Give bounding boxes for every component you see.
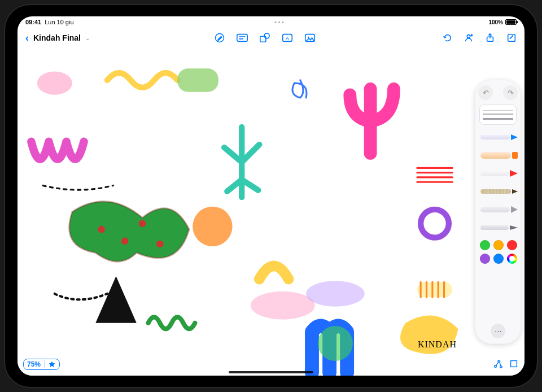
back-button[interactable]: ‹ <box>23 31 31 45</box>
tool-crayon[interactable] <box>480 203 518 216</box>
document-title[interactable]: Kindah Final <box>33 33 81 42</box>
collab-icon[interactable] <box>461 32 476 44</box>
svg-point-18 <box>139 220 146 227</box>
tool-pen[interactable] <box>480 130 518 144</box>
swatch-color-wheel[interactable] <box>507 254 517 264</box>
tool-fountain[interactable] <box>480 221 518 234</box>
svg-point-35 <box>495 365 497 368</box>
new-icon[interactable] <box>504 32 519 44</box>
palette-undo-button[interactable]: ↶ <box>478 85 493 100</box>
vector-shapes-icon[interactable] <box>493 359 503 371</box>
svg-point-20 <box>193 207 232 246</box>
app-toolbar: ‹ Kindah Final ⌄ <box>18 28 524 48</box>
svg-point-22 <box>306 281 365 307</box>
drawing-canvas[interactable]: KINDAH 75% <box>18 48 524 376</box>
favorites-icon[interactable] <box>48 360 56 368</box>
svg-rect-38 <box>511 361 517 367</box>
swatch-red[interactable] <box>507 240 517 250</box>
ipad-device-frame: 09:41 Lun 10 giu ••• 100% ‹ Kindah Final… <box>4 4 538 388</box>
swatch-purple[interactable] <box>480 254 490 264</box>
svg-point-19 <box>156 241 163 247</box>
svg-rect-15 <box>177 68 218 92</box>
pencil-mode-icon[interactable] <box>212 32 227 44</box>
document-title-menu[interactable]: ⌄ <box>85 35 90 41</box>
battery-pct: 100% <box>488 19 503 25</box>
status-time: 09:41 <box>25 19 41 25</box>
svg-point-5 <box>264 33 269 38</box>
swatch-green[interactable] <box>480 240 490 250</box>
shapes-icon[interactable] <box>257 32 272 44</box>
divider <box>44 360 45 368</box>
crop-icon[interactable] <box>509 359 519 371</box>
svg-point-37 <box>500 366 502 368</box>
textstyle-icon[interactable]: A <box>280 32 295 44</box>
battery-icon <box>505 19 517 25</box>
swatch-yellow[interactable] <box>493 240 504 250</box>
svg-rect-1 <box>237 34 247 42</box>
svg-point-16 <box>98 226 104 233</box>
status-date: Lun 10 giu <box>45 19 73 25</box>
tool-marker[interactable] <box>480 167 518 180</box>
multitask-dots[interactable]: ••• <box>74 19 487 25</box>
screen: 09:41 Lun 10 giu ••• 100% ‹ Kindah Final… <box>18 16 524 376</box>
svg-point-17 <box>121 238 128 245</box>
swatch-blue[interactable] <box>493 254 504 264</box>
svg-point-14 <box>37 71 72 94</box>
svg-rect-29 <box>417 282 452 297</box>
media-icon[interactable] <box>303 32 317 44</box>
home-indicator[interactable] <box>229 371 313 373</box>
artwork-layer <box>18 48 524 376</box>
tool-watercolor[interactable] <box>480 149 518 162</box>
zoom-value[interactable]: 75% <box>27 360 41 368</box>
share-icon[interactable] <box>483 32 497 44</box>
svg-point-28 <box>421 210 449 238</box>
stroke-width-preview[interactable] <box>479 104 517 125</box>
artist-signature: KINDAH <box>418 339 457 350</box>
tool-palette[interactable]: ↶ ↷ <box>475 80 521 344</box>
undo-icon[interactable] <box>440 32 454 44</box>
palette-more-button[interactable]: ⋯ <box>491 324 505 338</box>
color-swatches <box>480 240 516 264</box>
palette-redo-button[interactable]: ↷ <box>503 85 518 100</box>
svg-point-21 <box>251 291 315 320</box>
svg-point-23 <box>318 326 353 361</box>
svg-point-10 <box>467 35 470 38</box>
status-bar: 09:41 Lun 10 giu ••• 100% <box>18 16 524 28</box>
svg-point-11 <box>470 34 473 37</box>
svg-text:A: A <box>286 36 290 41</box>
tool-pencil[interactable] <box>480 185 518 198</box>
textbox-icon[interactable] <box>235 32 250 44</box>
zoom-control[interactable]: 75% <box>23 359 60 370</box>
